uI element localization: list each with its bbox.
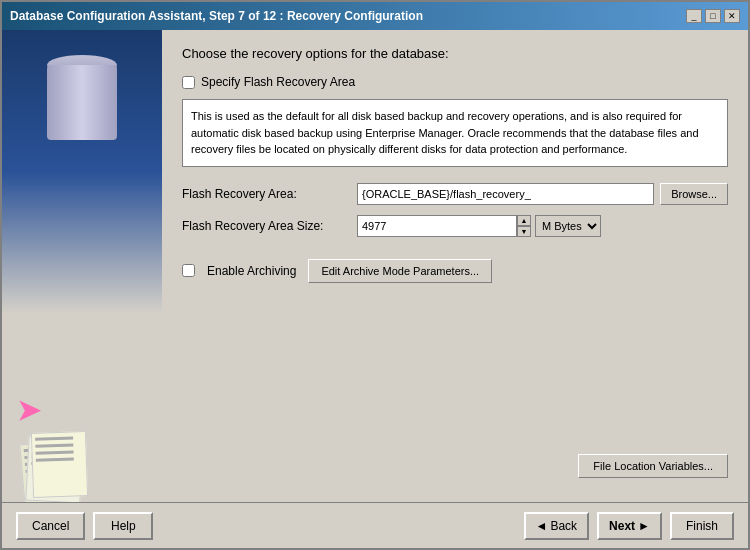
minimize-button[interactable]: _ — [686, 9, 702, 23]
cylinder-icon — [47, 50, 117, 140]
back-label: Back — [550, 519, 577, 533]
cylinder-body — [47, 65, 117, 140]
file-location-row: File Location Variables... — [182, 454, 728, 478]
size-controls: ▲ ▼ M Bytes G Bytes — [357, 215, 601, 237]
next-arrow-icon: ► — [638, 519, 650, 533]
close-button[interactable]: ✕ — [724, 9, 740, 23]
illustration: ➤ — [2, 30, 162, 502]
specify-flash-label: Specify Flash Recovery Area — [201, 75, 355, 89]
size-spinner: ▲ ▼ — [517, 215, 531, 237]
right-panel: Choose the recovery options for the data… — [162, 30, 748, 502]
arrow-icon: ➤ — [17, 394, 40, 427]
next-button[interactable]: Next ► — [597, 512, 662, 540]
content-area: ➤ Choose the recovery options for the da… — [2, 30, 748, 502]
flash-recovery-size-row: Flash Recovery Area Size: ▲ ▼ M Bytes G … — [182, 215, 728, 237]
size-unit-select[interactable]: M Bytes G Bytes — [535, 215, 601, 237]
archive-mode-button[interactable]: Edit Archive Mode Parameters... — [308, 259, 492, 283]
back-arrow-icon: ◄ — [536, 519, 548, 533]
description-box: This is used as the default for all disk… — [182, 99, 728, 167]
archive-row: Enable Archiving Edit Archive Mode Param… — [182, 259, 728, 283]
document-3 — [31, 431, 88, 498]
maximize-button[interactable]: □ — [705, 9, 721, 23]
enable-archiving-label: Enable Archiving — [207, 264, 296, 278]
spin-up-button[interactable]: ▲ — [517, 215, 531, 226]
spin-down-button[interactable]: ▼ — [517, 226, 531, 237]
flash-recovery-size-input[interactable] — [357, 215, 517, 237]
main-window: Database Configuration Assistant, Step 7… — [0, 0, 750, 550]
finish-button[interactable]: Finish — [670, 512, 734, 540]
title-bar-buttons: _ □ ✕ — [686, 9, 740, 23]
browse-button[interactable]: Browse... — [660, 183, 728, 205]
flash-recovery-area-row: Flash Recovery Area: Browse... — [182, 183, 728, 205]
specify-flash-row: Specify Flash Recovery Area — [182, 75, 728, 89]
enable-archiving-checkbox[interactable] — [182, 264, 195, 277]
section-title: Choose the recovery options for the data… — [182, 46, 728, 61]
left-panel: ➤ — [2, 30, 162, 502]
help-button[interactable]: Help — [93, 512, 153, 540]
cancel-button[interactable]: Cancel — [16, 512, 85, 540]
window-title: Database Configuration Assistant, Step 7… — [10, 9, 423, 23]
title-bar: Database Configuration Assistant, Step 7… — [2, 2, 748, 30]
bottom-bar: Cancel Help ◄ Back Next ► Finish — [2, 502, 748, 548]
back-button[interactable]: ◄ Back — [524, 512, 590, 540]
flash-recovery-size-label: Flash Recovery Area Size: — [182, 219, 357, 233]
file-location-button[interactable]: File Location Variables... — [578, 454, 728, 478]
flash-recovery-area-input[interactable] — [357, 183, 654, 205]
flash-recovery-area-label: Flash Recovery Area: — [182, 187, 357, 201]
specify-flash-checkbox[interactable] — [182, 76, 195, 89]
next-label: Next — [609, 519, 635, 533]
